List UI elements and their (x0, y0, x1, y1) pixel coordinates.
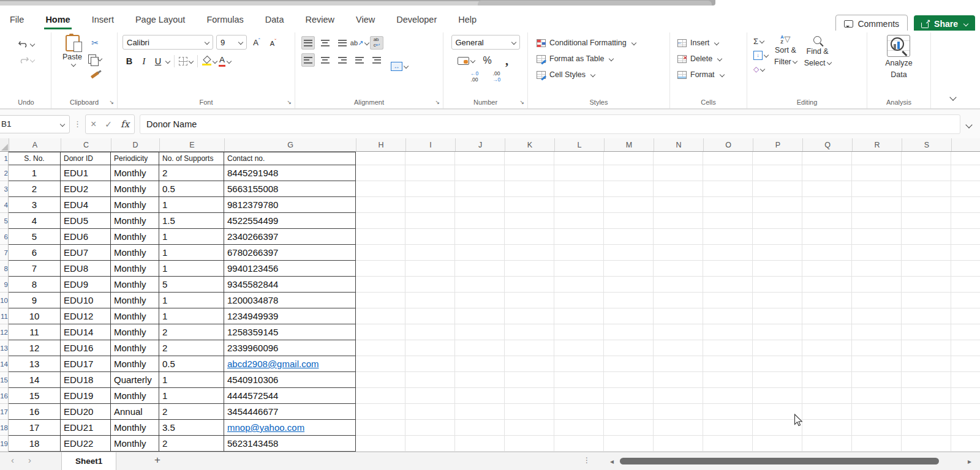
empty-cell[interactable] (703, 213, 753, 229)
empty-cell[interactable] (505, 293, 554, 308)
empty-cell[interactable] (455, 245, 505, 261)
empty-cell[interactable] (951, 181, 980, 197)
empty-cell[interactable] (902, 165, 951, 181)
empty-cell[interactable] (703, 165, 753, 181)
empty-cell[interactable] (703, 404, 753, 420)
accounting-format-button[interactable] (458, 54, 475, 67)
table-cell[interactable]: 4540910306 (224, 372, 356, 388)
table-cell[interactable]: 6780266397 (224, 245, 356, 261)
empty-cell[interactable] (604, 245, 654, 261)
table-cell[interactable]: Monthly (111, 324, 159, 340)
table-cell[interactable]: EDU17 (61, 356, 111, 372)
row-header-15[interactable]: 15 (0, 372, 9, 388)
empty-cell[interactable] (405, 181, 455, 197)
empty-cell[interactable] (654, 340, 703, 356)
table-cell[interactable]: Monthly (111, 277, 159, 293)
table-cell[interactable]: 2 (159, 340, 224, 356)
empty-cell[interactable] (356, 197, 405, 213)
empty-cell[interactable] (951, 245, 980, 261)
comma-style-button[interactable]: , (500, 54, 514, 67)
table-cell[interactable]: 5 (159, 277, 224, 293)
empty-cell[interactable] (902, 356, 951, 372)
column-header-A[interactable]: A (9, 138, 61, 151)
scroll-left-button[interactable]: ◂ (610, 458, 614, 465)
table-cell[interactable]: Monthly (111, 420, 159, 436)
empty-cell[interactable] (951, 388, 980, 404)
table-cell[interactable]: mnop@yahoo.com (224, 420, 356, 436)
empty-cell[interactable] (852, 293, 902, 308)
empty-cell[interactable] (902, 324, 951, 340)
empty-cell[interactable] (802, 436, 852, 452)
empty-cell[interactable] (753, 436, 802, 452)
table-cell[interactable]: 8 (9, 277, 61, 293)
table-cell[interactable]: 1 (159, 197, 224, 213)
font-color-button[interactable]: A (218, 54, 232, 68)
row-header-3[interactable]: 3 (0, 181, 9, 197)
empty-cell[interactable] (852, 213, 902, 229)
empty-cell[interactable] (753, 165, 802, 181)
empty-cell[interactable] (902, 277, 951, 293)
empty-cell[interactable] (852, 245, 902, 261)
table-cell[interactable]: 1 (159, 261, 224, 277)
empty-cell[interactable] (753, 356, 802, 372)
empty-cell[interactable] (356, 165, 405, 181)
empty-cell[interactable] (554, 197, 604, 213)
empty-cell[interactable] (505, 308, 554, 324)
table-cell[interactable]: 1 (159, 293, 224, 308)
empty-cell[interactable] (604, 165, 654, 181)
empty-cell[interactable] (654, 308, 703, 324)
alignment-dialog-launcher[interactable]: ↘ (435, 100, 440, 105)
empty-cell[interactable] (604, 388, 654, 404)
table-cell[interactable]: 11 (9, 324, 61, 340)
empty-cell[interactable] (455, 388, 505, 404)
share-button[interactable]: Share (914, 15, 975, 32)
table-cell[interactable]: 1200034878 (224, 293, 356, 308)
empty-cell[interactable] (802, 356, 852, 372)
empty-cell[interactable] (554, 388, 604, 404)
empty-cell[interactable] (505, 356, 554, 372)
empty-cell[interactable] (356, 152, 405, 165)
empty-cell[interactable] (604, 436, 654, 452)
menu-tab-view[interactable]: View (355, 8, 376, 29)
column-header-R[interactable]: R (853, 138, 902, 151)
middle-align-button[interactable] (318, 36, 332, 50)
empty-cell[interactable] (802, 308, 852, 324)
empty-cell[interactable] (654, 245, 703, 261)
empty-cell[interactable] (654, 261, 703, 277)
orientation-button[interactable]: ab↗ (350, 36, 369, 50)
row-header-10[interactable]: 10 (0, 293, 9, 308)
empty-cell[interactable] (852, 165, 902, 181)
empty-cell[interactable] (951, 213, 980, 229)
empty-cell[interactable] (753, 340, 802, 356)
fill-color-button[interactable] (202, 54, 217, 68)
empty-cell[interactable] (604, 324, 654, 340)
empty-cell[interactable] (505, 181, 554, 197)
empty-cell[interactable] (554, 420, 604, 436)
empty-cell[interactable] (554, 277, 604, 293)
table-cell[interactable]: 12 (9, 340, 61, 356)
table-cell[interactable]: 17 (9, 420, 61, 436)
empty-cell[interactable] (554, 404, 604, 420)
column-header-K[interactable]: K (505, 138, 555, 151)
table-cell[interactable]: 4 (9, 213, 61, 229)
empty-cell[interactable] (654, 152, 703, 165)
empty-cell[interactable] (604, 308, 654, 324)
empty-cell[interactable] (505, 245, 554, 261)
table-cell[interactable]: 1 (159, 372, 224, 388)
select-all-icon[interactable] (0, 138, 9, 151)
empty-cell[interactable] (802, 197, 852, 213)
table-cell[interactable]: EDU7 (61, 245, 111, 261)
row-header-16[interactable]: 16 (0, 388, 9, 404)
empty-cell[interactable] (802, 245, 852, 261)
empty-cell[interactable] (902, 229, 951, 245)
empty-cell[interactable] (405, 245, 455, 261)
empty-cell[interactable] (902, 436, 951, 452)
empty-cell[interactable] (455, 356, 505, 372)
left-align-button[interactable] (301, 53, 315, 67)
empty-cell[interactable] (405, 293, 455, 308)
empty-cell[interactable] (902, 181, 951, 197)
undo-button[interactable] (18, 37, 34, 51)
table-cell[interactable]: EDU21 (61, 420, 111, 436)
table-cell[interactable]: 10 (9, 308, 61, 324)
table-cell[interactable]: 3.5 (159, 420, 224, 436)
